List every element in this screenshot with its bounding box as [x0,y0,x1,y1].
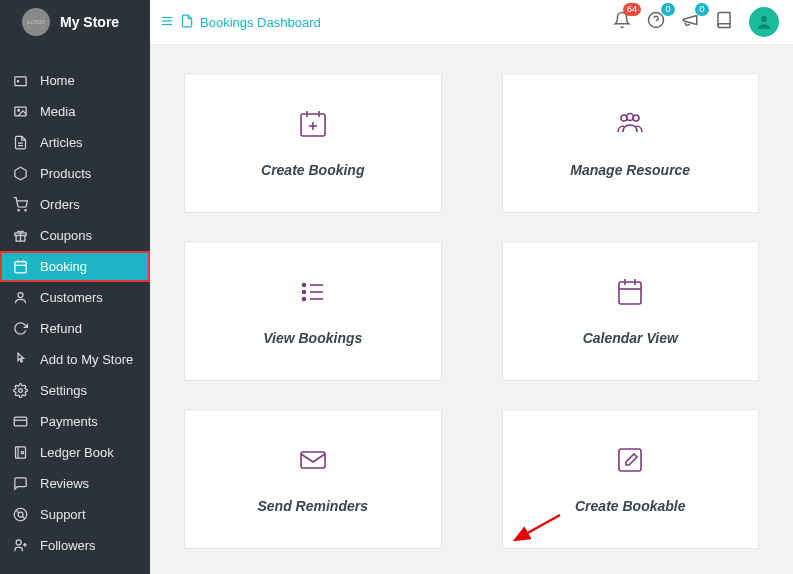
svg-point-12 [18,210,19,211]
calendar-icon [613,276,647,312]
svg-point-7 [17,81,18,82]
breadcrumb-label[interactable]: Bookings Dashboard [200,15,321,30]
help-badge: 0 [661,3,675,16]
card-label: Calendar View [583,330,678,346]
svg-rect-17 [14,262,25,273]
home-icon [12,73,28,88]
bell-badge: 64 [623,3,641,16]
pointer-icon [12,352,28,367]
svg-line-31 [22,516,25,519]
sidebar-item-label: Support [40,507,86,522]
sidebar-item-label: Followers [40,538,96,553]
card-manage-resource[interactable]: Manage Resource [502,73,760,213]
main-content: Create BookingManage ResourceView Bookin… [150,45,793,574]
svg-rect-23 [14,417,27,426]
sidebar-item-reviews[interactable]: Reviews [0,468,150,499]
sidebar-item-followers[interactable]: Followers [0,530,150,561]
top-bar: LOGO My Store Bookings Dashboard 64 0 0 [0,0,793,45]
sidebar-item-label: Articles [40,135,83,150]
sidebar-item-coupons[interactable]: Coupons [0,220,150,251]
store-name: My Store [60,14,119,30]
card-grid: Create BookingManage ResourceView Bookin… [184,73,759,549]
card-label: Create Bookable [575,498,685,514]
top-right-icons: 64 0 0 [613,7,793,37]
sidebar-item-orders[interactable]: Orders [0,189,150,220]
card-calendar-view[interactable]: Calendar View [502,241,760,381]
gift-icon [12,228,28,243]
file-icon [180,14,194,31]
announce-icon[interactable]: 0 [681,11,699,33]
follow-icon [12,538,28,553]
svg-rect-6 [14,77,25,86]
list-icon [296,276,330,312]
breadcrumb: Bookings Dashboard [160,14,321,31]
calendar-icon [12,259,28,274]
card-label: Create Booking [261,162,364,178]
announce-badge: 0 [695,3,709,16]
svg-point-9 [17,109,19,111]
svg-point-44 [302,291,305,294]
svg-point-29 [18,512,23,517]
card-send-reminders[interactable]: Send Reminders [184,409,442,549]
sidebar-item-add-to-my-store[interactable]: Add to My Store [0,344,150,375]
sidebar-item-support[interactable]: Support [0,499,150,530]
avatar[interactable] [749,7,779,37]
svg-point-22 [18,389,22,393]
svg-rect-49 [619,282,641,304]
card-create-booking[interactable]: Create Booking [184,73,442,213]
book-icon[interactable] [715,11,733,33]
sidebar-item-payments[interactable]: Payments [0,406,150,437]
mail-icon [296,444,330,480]
store-logo[interactable]: LOGO [22,8,50,36]
sidebar-item-label: Home [40,73,75,88]
svg-rect-54 [619,449,641,471]
image-icon [12,104,28,119]
sidebar: HomeMediaArticlesProductsOrdersCouponsBo… [0,45,150,574]
sidebar-item-home[interactable]: Home [0,65,150,96]
sidebar-item-label: Ledger Book [40,445,114,460]
sidebar-header: LOGO My Store [0,0,150,45]
sidebar-item-label: Customers [40,290,103,305]
sidebar-item-settings[interactable]: Settings [0,375,150,406]
svg-point-43 [302,284,305,287]
card-label: Send Reminders [258,498,368,514]
sidebar-item-label: Coupons [40,228,92,243]
menu-icon[interactable] [160,14,174,31]
card-label: Manage Resource [570,162,690,178]
life-icon [12,507,28,522]
edit-icon [613,444,647,480]
svg-point-5 [761,16,767,22]
bell-icon[interactable]: 64 [613,11,631,33]
svg-point-45 [302,298,305,301]
sidebar-item-label: Payments [40,414,98,429]
user-icon [12,290,28,305]
card-view-bookings[interactable]: View Bookings [184,241,442,381]
sidebar-item-label: Media [40,104,75,119]
card-icon [12,414,28,429]
sidebar-item-label: Booking [40,259,87,274]
svg-point-13 [24,210,25,211]
sidebar-item-articles[interactable]: Articles [0,127,150,158]
users-icon [613,108,647,144]
chat-icon [12,476,28,491]
sidebar-item-refund[interactable]: Refund [0,313,150,344]
svg-point-21 [18,293,23,298]
sidebar-item-label: Refund [40,321,82,336]
book-icon [12,445,28,460]
sidebar-item-label: Settings [40,383,87,398]
sidebar-item-booking[interactable]: Booking [0,251,150,282]
help-icon[interactable]: 0 [647,11,665,33]
sidebar-item-label: Orders [40,197,80,212]
calendar-plus-icon [296,108,330,144]
refresh-icon [12,321,28,336]
card-create-bookable[interactable]: Create Bookable [502,409,760,549]
sidebar-item-products[interactable]: Products [0,158,150,189]
card-label: View Bookings [263,330,362,346]
sidebar-item-media[interactable]: Media [0,96,150,127]
sidebar-item-ledger-book[interactable]: Ledger Book [0,437,150,468]
sidebar-item-customers[interactable]: Customers [0,282,150,313]
svg-point-27 [21,451,24,454]
sidebar-item-label: Products [40,166,91,181]
sidebar-item-label: Reviews [40,476,89,491]
gear-icon [12,383,28,398]
